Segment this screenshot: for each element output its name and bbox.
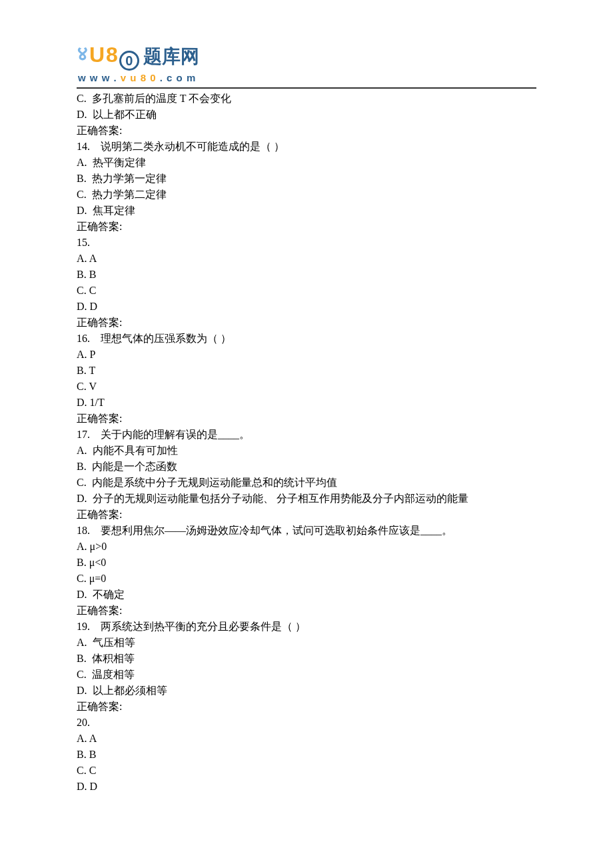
text-line: D. D [77, 779, 536, 795]
text-line: D. 焦耳定律 [77, 203, 536, 219]
answer-label: 正确答案: [77, 411, 536, 427]
answer-label: 正确答案: [77, 603, 536, 619]
text-line: B. 体积相等 [77, 651, 536, 667]
text-line: C. 温度相等 [77, 667, 536, 683]
text-line: A. μ>0 [77, 539, 536, 555]
question-stem: 19. 两系统达到热平衡的充分且必要条件是（ ） [77, 619, 536, 635]
text-line: C. 热力学第二定律 [77, 187, 536, 203]
answer-label: 正确答案: [77, 123, 536, 139]
logo-digit-8: 8 [106, 39, 118, 71]
text-line: C. C [77, 283, 536, 299]
text-line: A. 热平衡定律 [77, 155, 536, 171]
text-line: A. A [77, 731, 536, 747]
question-stem: 14. 说明第二类永动机不可能造成的是（ ） [77, 139, 536, 155]
text-line: D. 以上都不正确 [77, 107, 536, 123]
logo-letter-u: U [89, 39, 105, 71]
answer-label: 正确答案: [77, 219, 536, 235]
text-line: C. C [77, 763, 536, 779]
text-line: D. D [77, 299, 536, 315]
text-line: B. 内能是一个态函数 [77, 459, 536, 475]
logo-text-cn: 题库网 [143, 43, 199, 71]
text-line: B. 热力学第一定律 [77, 171, 536, 187]
text-line: B. B [77, 267, 536, 283]
question-stem: 17. 关于内能的理解有误的是____。 [77, 427, 536, 443]
header-divider [77, 87, 536, 89]
answer-label: 正确答案: [77, 507, 536, 523]
answer-label: 正确答案: [77, 315, 536, 331]
text-line: A. A [77, 251, 536, 267]
question-stem: 15. [77, 235, 536, 251]
text-line: B. μ<0 [77, 555, 536, 571]
text-line: A. P [77, 347, 536, 363]
question-content: C. 多孔塞前后的温度 T 不会变化 D. 以上都不正确 正确答案: 14. 说… [77, 91, 536, 795]
logo-digit-0: 0 [119, 51, 139, 71]
text-line: C. V [77, 379, 536, 395]
question-stem: 18. 要想利用焦尔——汤姆逊效应冷却气体，试问可选取初始条件应该是____。 [77, 523, 536, 539]
text-line: D. 1/T [77, 395, 536, 411]
text-line: C. μ=0 [77, 571, 536, 587]
text-line: B. T [77, 363, 536, 379]
question-stem: 20. [77, 715, 536, 731]
text-line: D. 分子的无规则运动能量包括分子动能、 分子相互作用势能及分子内部运动的能量 [77, 491, 536, 507]
text-line: C. 内能是系统中分子无规则运动能量总和的统计平均值 [77, 475, 536, 491]
text-line: D. 不确定 [77, 587, 536, 603]
text-line: A. 内能不具有可加性 [77, 443, 536, 459]
logo-bunny-icon: ४ [77, 38, 88, 68]
text-line: A. 气压相等 [77, 635, 536, 651]
answer-label: 正确答案: [77, 699, 536, 715]
site-logo: ४ U 8 0 题库网 [77, 39, 536, 71]
question-stem: 16. 理想气体的压强系数为（ ） [77, 331, 536, 347]
logo-url: w w w . v u 8 0 . c o m [78, 71, 536, 86]
text-line: D. 以上都必须相等 [77, 683, 536, 699]
text-line: C. 多孔塞前后的温度 T 不会变化 [77, 91, 536, 107]
document-page: ४ U 8 0 题库网 w w w . v u 8 0 . c o m C. 多… [0, 0, 613, 795]
text-line: B. B [77, 747, 536, 763]
